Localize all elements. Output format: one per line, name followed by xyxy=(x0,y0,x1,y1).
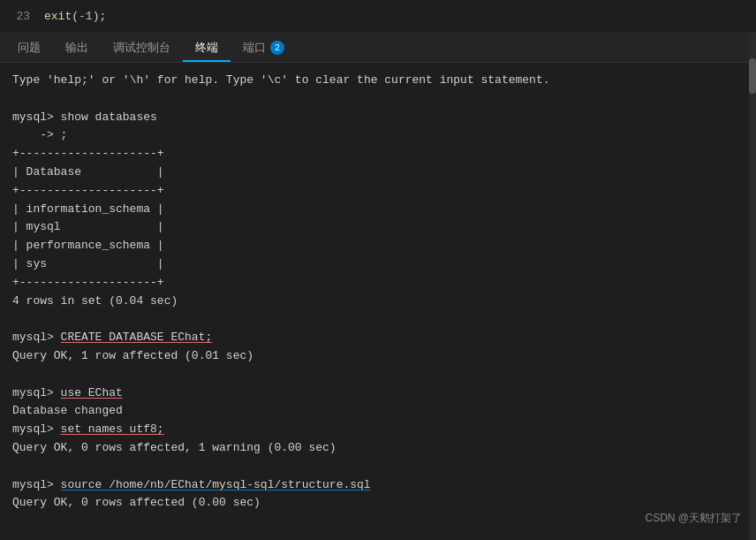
terminal-table-bot: +--------------------+ xyxy=(12,274,744,293)
terminal-cmd-create: mysql> CREATE DATABASE EChat; xyxy=(12,329,744,347)
tab-port[interactable]: 端口 2 xyxy=(231,35,297,62)
tab-port-badge: 2 xyxy=(270,41,284,55)
terminal-table-header: | Database | xyxy=(12,164,744,182)
terminal-table-row-2: | mysql | xyxy=(12,218,744,237)
tab-issues[interactable]: 问题 xyxy=(5,35,53,62)
code-function: exit xyxy=(44,10,72,23)
terminal-blank-1 xyxy=(12,90,744,109)
tab-output[interactable]: 输出 xyxy=(53,35,101,62)
terminal-cmd-source: mysql> source /home/nb/EChat/mysql-sql/s… xyxy=(12,476,744,495)
watermark: CSDN @天鹅打架了 xyxy=(645,511,742,526)
terminal-table-row-4: | sys | xyxy=(12,255,744,274)
terminal-blank-2 xyxy=(12,310,744,329)
terminal-table-row-1: | information_schema | xyxy=(12,201,744,219)
tab-debug-console[interactable]: 调试控制台 xyxy=(101,35,183,62)
scrollbar-track[interactable] xyxy=(749,32,756,540)
tab-terminal[interactable]: 终端 xyxy=(183,35,231,62)
terminal-set-result: Query OK, 0 rows affected, 1 warning (0.… xyxy=(12,439,744,458)
terminal-rows-result: 4 rows in set (0.04 sec) xyxy=(12,293,744,311)
terminal-create-result: Query OK, 1 row affected (0.01 sec) xyxy=(12,347,744,366)
terminal-panel[interactable]: Type 'help;' or '\h' for help. Type '\c'… xyxy=(0,63,756,540)
terminal-table-sep: +--------------------+ xyxy=(12,182,744,201)
terminal-blank-4 xyxy=(12,458,744,476)
line-number: 23 xyxy=(0,10,44,23)
scrollbar-thumb[interactable] xyxy=(749,58,756,94)
terminal-table-top: +--------------------+ xyxy=(12,145,744,164)
terminal-source-result: Query OK, 0 rows affected (0.00 sec) xyxy=(12,494,744,513)
terminal-help-line: Type 'help;' or '\h' for help. Type '\c'… xyxy=(12,72,744,90)
terminal-cmd-show: mysql> show databases xyxy=(12,109,744,127)
terminal-db-changed: Database changed xyxy=(12,402,744,421)
code-line: exit(-1); xyxy=(44,10,106,23)
terminal-cmd-set: mysql> set names utf8; xyxy=(12,421,744,439)
terminal-cmd-show-cont: -> ; xyxy=(12,126,744,145)
tabs-bar: 问题 输出 调试控制台 终端 端口 2 xyxy=(0,32,756,63)
terminal-blank-3 xyxy=(12,366,744,384)
terminal-cmd-use: mysql> use EChat xyxy=(12,384,744,403)
terminal-table-row-3: | performance_schema | xyxy=(12,237,744,255)
editor-area: 23 exit(-1); xyxy=(0,0,756,32)
